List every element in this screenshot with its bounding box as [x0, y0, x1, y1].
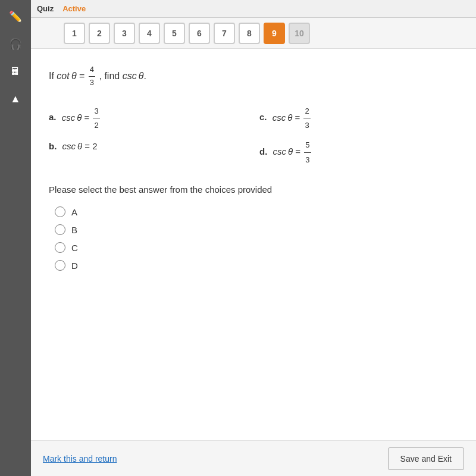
radio-b[interactable]: [55, 224, 65, 235]
radio-label-a: A: [71, 207, 77, 217]
radio-label-d: D: [71, 261, 78, 271]
question-btn-9[interactable]: 9: [264, 23, 285, 44]
save-exit-button[interactable]: Save and Exit: [388, 447, 464, 470]
mark-return-button[interactable]: Mark this and return: [43, 454, 117, 464]
choice-c: c. csc θ = 2 3: [259, 104, 458, 133]
question-btn-3[interactable]: 3: [114, 23, 135, 44]
content-area: If cot θ = 4 3 , find csc θ. a. csc θ = …: [31, 49, 476, 440]
up-arrow-icon[interactable]: ▲: [4, 87, 27, 111]
question-btn-4[interactable]: 4: [139, 23, 160, 44]
headphones-icon[interactable]: 🎧: [4, 32, 27, 56]
question-btn-1[interactable]: 1: [64, 23, 85, 44]
question-btn-8[interactable]: 8: [239, 23, 260, 44]
instruction-text: Please select the best answer from the c…: [49, 184, 458, 195]
radio-label-b: B: [71, 225, 77, 235]
question-number-bar: 1 2 3 4 5 6 7 8 9 10: [31, 18, 476, 49]
question-prompt: If cot θ = 4 3 , find csc θ.: [49, 64, 458, 89]
question-btn-2[interactable]: 2: [89, 23, 110, 44]
radio-a[interactable]: [55, 206, 65, 217]
radio-option-d[interactable]: D: [55, 260, 458, 271]
choice-a: a. csc θ = 3 2: [49, 104, 248, 133]
sidebar: ✏️ 🎧 🖩 ▲: [0, 0, 31, 476]
calculator-icon[interactable]: 🖩: [4, 60, 27, 83]
pencil-icon[interactable]: ✏️: [4, 5, 27, 29]
choice-b: b. csc θ = 2: [49, 138, 248, 167]
radio-option-a[interactable]: A: [55, 206, 458, 217]
question-btn-5[interactable]: 5: [164, 23, 185, 44]
question-btn-10[interactable]: 10: [289, 23, 310, 44]
radio-option-b[interactable]: B: [55, 224, 458, 235]
choice-d: d. csc θ = 5 3: [259, 138, 458, 167]
radio-label-c: C: [71, 243, 78, 253]
choices-grid: a. csc θ = 3 2 c. csc θ = 2 3 b. csc θ =: [49, 104, 458, 167]
question-btn-7[interactable]: 7: [214, 23, 235, 44]
question-btn-6[interactable]: 6: [189, 23, 210, 44]
radio-c[interactable]: [55, 242, 65, 253]
bottom-bar: Mark this and return Save and Exit: [31, 440, 476, 476]
quiz-title: Quiz: [37, 4, 54, 13]
radio-d[interactable]: [55, 260, 65, 271]
radio-option-c[interactable]: C: [55, 242, 458, 253]
radio-group: A B C D: [55, 206, 458, 271]
top-bar: Quiz Active: [31, 0, 476, 18]
quiz-status: Active: [62, 4, 86, 13]
